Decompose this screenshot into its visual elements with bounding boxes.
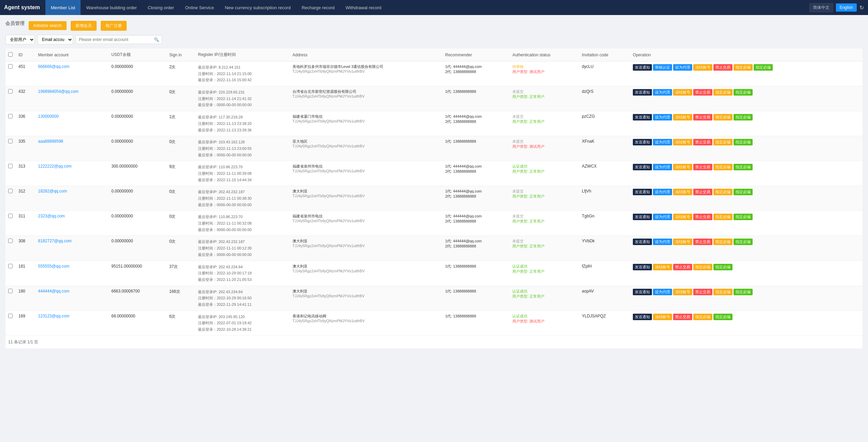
promo-register-button[interactable]: 推广注册 [101, 21, 127, 31]
cell-signin: 2次 [167, 61, 195, 86]
lang-cn-button[interactable]: 简体中文 [809, 3, 833, 12]
op-btn-冻结账号[interactable]: 冻结账号 [653, 314, 672, 320]
nav-recharge[interactable]: Recharge record [296, 0, 340, 15]
op-btn-指定必编[interactable]: 指定必编 [693, 314, 712, 320]
refresh-icon[interactable]: ↻ [859, 4, 864, 11]
op-btn-发送通知[interactable]: 发送通知 [633, 289, 652, 295]
op-btn-禁止交易[interactable]: 禁止交易 [693, 189, 712, 195]
nav-new-currency[interactable]: New currency subscription record [219, 0, 296, 15]
op-btn-禁止交易[interactable]: 禁止交易 [693, 89, 712, 96]
op-btn-指定必编[interactable]: 指定必编 [713, 164, 732, 170]
table-row: 3088182727@qq.com0.000000000次 最后登录IP: 20… [5, 236, 863, 261]
op-btn-设为代理[interactable]: 设为代理 [653, 164, 672, 170]
op-btn-冻结账号[interactable]: 冻结账号 [673, 289, 692, 295]
op-btn-冻结账号[interactable]: 冻结账号 [693, 64, 712, 71]
nav-member-list[interactable]: Member List [45, 0, 81, 15]
op-btn-指定必编[interactable]: 指定必编 [713, 239, 732, 245]
filter-bar: 全部用户 Email accou 🔍 [5, 35, 863, 44]
op-btn-指定必编[interactable]: 指定必编 [713, 89, 732, 96]
op-btn-指定必编[interactable]: 指定必编 [713, 189, 732, 195]
search-icon[interactable]: 🔍 [151, 35, 162, 44]
row-checkbox[interactable] [8, 289, 13, 293]
row-checkbox[interactable] [8, 139, 13, 143]
op-btn-发送通知[interactable]: 发送通知 [633, 314, 652, 320]
op-btn-指定必编[interactable]: 指定必编 [713, 314, 732, 320]
row-checkbox[interactable] [8, 189, 13, 193]
op-btn-发送通知[interactable]: 发送通知 [633, 114, 652, 120]
op-btn-指定必编[interactable]: 指定必编 [734, 89, 753, 96]
op-btn-设为代理[interactable]: 设为代理 [653, 289, 672, 295]
op-btn-指定必编[interactable]: 指定必编 [713, 214, 732, 220]
op-btn-指定必编[interactable]: 指定必编 [713, 139, 732, 145]
op-btn-设为代理[interactable]: 设为代理 [653, 89, 672, 96]
op-btn-指定必编[interactable]: 指定必编 [754, 64, 773, 71]
row-checkbox[interactable] [8, 164, 13, 168]
op-btn-发送通知[interactable]: 发送通知 [633, 264, 652, 270]
new-member-button[interactable]: 新增会员 [71, 21, 97, 31]
op-btn-冻结账号[interactable]: 冻结账号 [673, 164, 692, 170]
op-btn-禁止交易[interactable]: 禁止交易 [693, 164, 712, 170]
op-btn-指定必编[interactable]: 指定必编 [713, 114, 732, 120]
row-checkbox[interactable] [8, 264, 13, 268]
row-checkbox[interactable] [8, 114, 13, 118]
op-btn-设为代理[interactable]: 设为代理 [653, 239, 672, 245]
op-btn-冻结账号[interactable]: 冻结账号 [653, 264, 672, 270]
op-btn-禁止交易[interactable]: 禁止交易 [713, 64, 732, 71]
select-all-checkbox[interactable] [8, 52, 13, 57]
row-checkbox[interactable] [8, 214, 13, 218]
op-btn-指定必编[interactable]: 指定必编 [713, 289, 732, 295]
op-btn-禁止交易[interactable]: 禁止交易 [673, 264, 692, 270]
op-btn-发送通知[interactable]: 发送通知 [633, 189, 652, 195]
op-btn-冻结账号[interactable]: 冻结账号 [673, 139, 692, 145]
table-row: 31218282@qq.com0.000000000次 最后登录IP: 202.… [5, 186, 863, 211]
cell-address: 澳大利亚TJJ4y5Rgz2xHTb9yQNzmPMJYVo1uitfrBV [290, 286, 443, 311]
op-btn-指定必编[interactable]: 指定必编 [734, 114, 753, 120]
op-btn-指定必编[interactable]: 指定必编 [693, 264, 712, 270]
op-btn-冻结账号[interactable]: 冻结账号 [673, 114, 692, 120]
nav-online-service[interactable]: Online Service [180, 0, 219, 15]
op-btn-发送通知[interactable]: 发送通知 [633, 214, 652, 220]
op-btn-设为代理[interactable]: 设为代理 [653, 114, 672, 120]
op-btn-指定必编[interactable]: 指定必编 [713, 264, 732, 270]
op-btn-禁止交易[interactable]: 禁止交易 [673, 314, 692, 320]
op-btn-指定必编[interactable]: 指定必编 [734, 64, 753, 71]
op-btn-发送通知[interactable]: 发送通知 [633, 164, 652, 170]
op-btn-审核认证[interactable]: 审核认证 [653, 64, 672, 71]
op-btn-冻结账号[interactable]: 冻结账号 [673, 189, 692, 195]
op-btn-发送通知[interactable]: 发送通知 [633, 89, 652, 96]
row-checkbox[interactable] [8, 239, 13, 243]
op-btn-禁止交易[interactable]: 禁止交易 [693, 139, 712, 145]
op-btn-指定必编[interactable]: 指定必编 [734, 164, 753, 170]
op-btn-指定必编[interactable]: 指定必编 [734, 214, 753, 220]
op-btn-设为代理[interactable]: 设为代理 [653, 189, 672, 195]
search-input[interactable] [76, 35, 151, 44]
op-btn-设为代理[interactable]: 设为代理 [653, 139, 672, 145]
op-btn-发送通知[interactable]: 发送通知 [633, 139, 652, 145]
op-btn-冻结账号[interactable]: 冻结账号 [673, 214, 692, 220]
op-btn-指定必编[interactable]: 指定必编 [734, 189, 753, 195]
op-btn-发送通知[interactable]: 发送通知 [633, 239, 652, 245]
op-btn-禁止交易[interactable]: 禁止交易 [693, 214, 712, 220]
op-btn-发送通知[interactable]: 发送通知 [633, 64, 652, 71]
nav-closing[interactable]: Closing order [142, 0, 180, 15]
row-checkbox[interactable] [8, 314, 13, 318]
op-btn-冻结账号[interactable]: 冻结账号 [673, 239, 692, 245]
op-btn-禁止交易[interactable]: 禁止交易 [693, 289, 712, 295]
cell-auth-status: 认证成功 用户类型: 正常用户 [510, 286, 579, 311]
op-btn-指定必编[interactable]: 指定必编 [734, 239, 753, 245]
op-btn-设为代理[interactable]: 设为代理 [673, 64, 692, 71]
op-btn-冻结账号[interactable]: 冻结账号 [673, 89, 692, 96]
op-btn-禁止交易[interactable]: 禁止交易 [693, 114, 712, 120]
nav-warehouse[interactable]: Warehouse building order [81, 0, 142, 15]
row-checkbox[interactable] [8, 64, 13, 69]
nav-withdrawal[interactable]: Withdrawal record [340, 0, 387, 15]
initialize-search-button[interactable]: Initialize search [29, 21, 67, 30]
row-checkbox[interactable] [8, 89, 13, 94]
user-type-filter[interactable]: 全部用户 [5, 35, 35, 44]
lang-en-button[interactable]: English [836, 3, 857, 12]
op-btn-设为代理[interactable]: 设为代理 [653, 214, 672, 220]
op-btn-指定必编[interactable]: 指定必编 [734, 139, 753, 145]
account-type-filter[interactable]: Email accou [38, 35, 73, 44]
op-btn-禁止交易[interactable]: 禁止交易 [693, 239, 712, 245]
op-btn-指定必编[interactable]: 指定必编 [734, 289, 753, 295]
